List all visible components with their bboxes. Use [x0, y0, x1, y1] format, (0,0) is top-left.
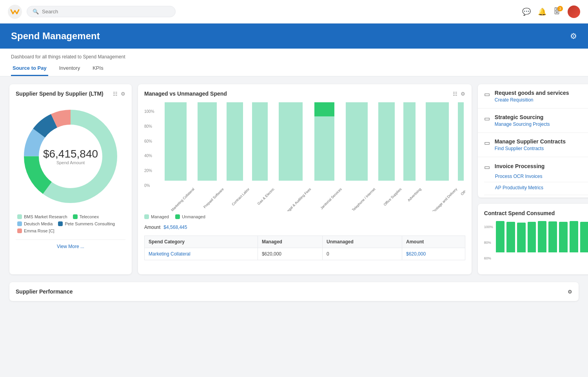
tab-kpis[interactable]: KPIs [91, 62, 105, 76]
donut-center: $6,415,840 Spend Amount [43, 148, 98, 165]
legend-managed: Managed [144, 214, 169, 219]
contract-spend-title: Contract Spend Consumed [484, 210, 555, 216]
mini-bar [506, 222, 515, 252]
bar-group: Other [456, 109, 465, 188]
bar-group: Telephone / Internet [341, 109, 372, 188]
bar-chart: Marketing CollateralPrepaid SoftwareCont… [144, 102, 465, 211]
legend-label-emma: Emma Rose [C] [24, 228, 54, 233]
sub-item-ap[interactable]: AP Productivity Metrics › [484, 182, 588, 195]
legend-unmanaged: Unmanaged [175, 214, 205, 219]
sub-header: Dashboard for all things related to Spen… [0, 49, 588, 76]
legend-dot-managed [144, 214, 149, 219]
nav-icons: 💬 🔔 🗄 3 [522, 5, 580, 18]
manage-contracts-title: Manage Supplier Contracts [495, 138, 588, 145]
action-strategic-sourcing[interactable]: ▭ Strategic Sourcing Manage Sourcing Pro… [478, 109, 588, 133]
bar-group: Advertising [401, 109, 418, 188]
chart-legend: Managed Unmanaged [144, 211, 465, 222]
legend-label-unmanaged: Unmanaged [182, 214, 205, 219]
sub-item-ocr[interactable]: Process OCR Invoices › [484, 171, 588, 182]
ocr-invoices-link[interactable]: Process OCR Invoices [495, 174, 588, 179]
legend-label-pete: Pete Summers Consulting [65, 221, 115, 226]
legend-label-deutsch: Deutsch Media [24, 221, 53, 226]
bar-group: Janitorial Services [310, 109, 339, 188]
bar-group: Office Supplies [375, 109, 398, 188]
cell-amount: $620,000 [402, 248, 465, 260]
request-goods-content: Request goods and services Create Requis… [495, 90, 588, 103]
strategic-sourcing-sub[interactable]: Manage Sourcing Projects [495, 121, 588, 127]
supplier-performance-title: Supplier Performance [16, 288, 73, 295]
legend-dot-unmanaged [175, 214, 180, 219]
mini-bar [570, 221, 578, 252]
view-more-button[interactable]: View More ... [16, 239, 125, 253]
workday-logo[interactable] [8, 5, 22, 19]
supplier-spend-legend: BMS Market Research Teleconex Deutsch Me… [16, 211, 125, 236]
managed-spend-title: Managed vs Unmanaged Spend [144, 91, 227, 97]
svg-point-0 [8, 5, 22, 19]
managed-spend-icons: ☷ ⚙ [453, 91, 465, 97]
manage-contracts-sub[interactable]: Find Supplier Contracts [495, 146, 588, 151]
col-managed: Managed [258, 236, 322, 248]
mini-bar [580, 222, 588, 252]
bar-group: Marketing Collateral [160, 109, 191, 188]
mini-bar [517, 223, 526, 252]
invoice-processing-icon: ▭ [484, 163, 490, 171]
mini-bar [548, 221, 557, 252]
strategic-sourcing-title: Strategic Sourcing [495, 114, 588, 120]
mini-bar [559, 222, 568, 252]
request-goods-sub[interactable]: Create Requisition [495, 97, 588, 103]
bar-group: Postage and Delivery [421, 109, 454, 188]
tab-inventory[interactable]: Inventory [58, 62, 82, 76]
legend-dot-pete [58, 221, 63, 226]
top-nav: 🔍 💬 🔔 🗄 3 [0, 0, 588, 24]
legend-emma: Emma Rose [C] [17, 228, 54, 233]
avatar[interactable] [568, 5, 580, 18]
chart-config-icon[interactable]: ☷ [113, 91, 118, 97]
page-title: Spend Management [11, 31, 100, 42]
donut-amount: $6,415,840 [43, 148, 98, 160]
amount-label: Amount [144, 225, 160, 230]
legend-label-teleconex: Teleconex [80, 214, 99, 219]
messages-button[interactable]: 💬 [522, 7, 531, 16]
legend-label-bms: BMS Market Research [24, 214, 67, 219]
managed-gear-icon[interactable]: ⚙ [461, 91, 465, 97]
supplier-performance-gear-icon[interactable]: ⚙ [568, 289, 572, 295]
search-bar[interactable]: 🔍 [27, 6, 176, 17]
legend-dot-deutsch [17, 221, 22, 226]
col-unmanaged: Unmanaged [323, 236, 402, 248]
cell-managed: $620,000 [258, 248, 322, 260]
supplier-spend-card: Supplier Spend by Supplier (LTM) ☷ ⚙ [9, 84, 132, 274]
bar-group: Prepaid Software [194, 109, 221, 188]
action-request-goods[interactable]: ▭ Request goods and services Create Requ… [478, 84, 588, 109]
tabs: Source to Pay Inventory KPIs [11, 62, 577, 76]
ap-metrics-link[interactable]: AP Productivity Metrics [495, 185, 588, 190]
legend-pete: Pete Summers Consulting [58, 221, 115, 226]
sub-header-description: Dashboard for all things related to Spen… [11, 52, 577, 62]
tab-source-to-pay[interactable]: Source to Pay [11, 62, 48, 76]
invoice-processing-title: Invoice Processing [495, 163, 588, 169]
spend-table: Spend Category Managed Unmanaged Amount … [144, 236, 465, 260]
supplier-spend-icons: ☷ ⚙ [113, 91, 125, 97]
contract-chart-container: 100% 80% 60% [484, 221, 588, 268]
request-goods-icon: ▭ [484, 91, 490, 98]
legend-dot-bms [17, 214, 22, 219]
managed-spend-header: Managed vs Unmanaged Spend ☷ ⚙ [144, 91, 465, 97]
supplier-performance-card: Supplier Performance ⚙ [9, 282, 579, 301]
legend-deutsch: Deutsch Media [17, 221, 53, 226]
page-header: Spend Management ⚙ [0, 24, 588, 49]
donut-wrap: $6,415,840 Spend Amount [16, 102, 125, 211]
mini-bar [528, 222, 536, 252]
managed-spend-card: Managed vs Unmanaged Spend ☷ ⚙ 100% 80% … [138, 84, 472, 274]
strategic-sourcing-icon: ▭ [484, 115, 490, 122]
header-gear-icon[interactable]: ⚙ [570, 31, 577, 41]
inbox-button[interactable]: 🗄 3 [554, 7, 561, 16]
cell-category[interactable]: Marketing Collateral [145, 248, 258, 260]
col-amount: Amount [402, 236, 465, 248]
managed-chart-config-icon[interactable]: ☷ [453, 91, 457, 97]
search-input[interactable] [42, 9, 170, 14]
supplier-spend-gear-icon[interactable]: ⚙ [121, 91, 125, 97]
action-manage-contracts[interactable]: ▭ Manage Supplier Contracts Find Supplie… [478, 133, 588, 157]
bar-group: Legal & Auditing Fees [274, 109, 308, 188]
mini-bar [538, 221, 546, 252]
supplier-spend-title: Supplier Spend by Supplier (LTM) [16, 91, 103, 97]
notifications-button[interactable]: 🔔 [538, 7, 546, 16]
